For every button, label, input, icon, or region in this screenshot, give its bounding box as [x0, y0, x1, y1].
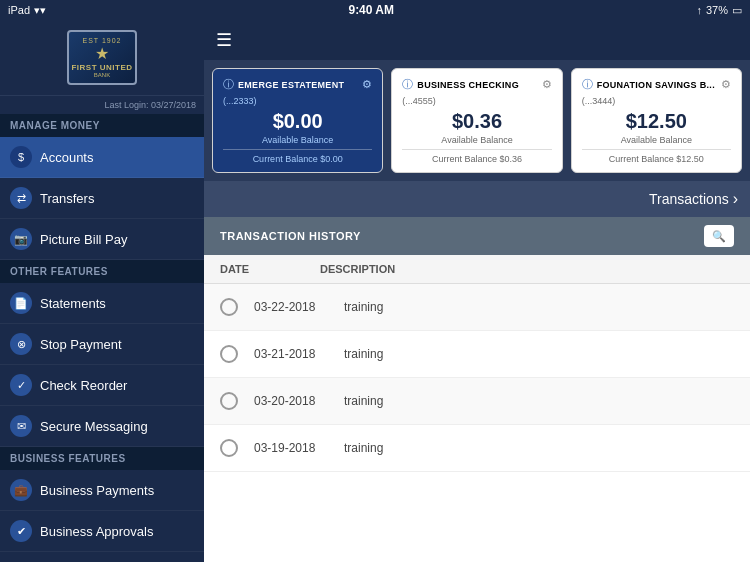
picture-bill-pay-icon: 📷: [10, 228, 32, 250]
sidebar-logo: EST 1902 ★ FIRST UNITED BANK: [0, 20, 204, 96]
info-icon-checking[interactable]: ⓘ: [402, 77, 413, 92]
business-approvals-label: Business Approvals: [40, 524, 153, 539]
transaction-date-2: 03-21-2018: [254, 347, 344, 361]
sidebar-item-secure-messaging[interactable]: ✉ Secure Messaging: [0, 406, 204, 447]
last-login: Last Login: 03/27/2018: [0, 96, 204, 114]
sidebar: EST 1902 ★ FIRST UNITED BANK Last Login:…: [0, 20, 204, 562]
account-divider-checking: [402, 149, 551, 150]
logo-est: EST 1902: [82, 37, 121, 44]
sidebar-item-picture-bill-pay[interactable]: 📷 Picture Bill Pay: [0, 219, 204, 260]
transaction-date-3: 03-20-2018: [254, 394, 344, 408]
sidebar-item-business-payments[interactable]: 💼 Business Payments: [0, 470, 204, 511]
transaction-desc-2: training: [344, 347, 383, 361]
sidebar-item-stop-payment[interactable]: ⊗ Stop Payment: [0, 324, 204, 365]
account-card-header-savings: ⓘ FOUNATION SAVINGS B... ⚙: [582, 77, 731, 92]
battery-icon: ▭: [732, 4, 742, 17]
transaction-col-header: DATE DESCRIPTION: [204, 255, 750, 284]
logo-name: FIRST UNITED: [71, 63, 132, 72]
logo-shape: EST 1902 ★ FIRST UNITED BANK: [67, 30, 137, 85]
accounts-icon: $: [10, 146, 32, 168]
logo-badge: EST 1902 ★ FIRST UNITED BANK: [67, 30, 137, 85]
account-card-header-checking: ⓘ BUSINESS CHECKING ⚙: [402, 77, 551, 92]
transaction-radio-3[interactable]: [220, 392, 238, 410]
transaction-history-title: TRANSACTION HISTORY: [220, 230, 361, 242]
col-header-description: DESCRIPTION: [320, 263, 395, 275]
transactions-bar: Transactions ›: [204, 181, 750, 217]
section-header-other-features: OTHER FEATURES: [0, 260, 204, 283]
wifi-icon: ▾▾: [34, 4, 46, 17]
account-card-savings[interactable]: ⓘ FOUNATION SAVINGS B... ⚙ (...3444) $12…: [571, 68, 742, 173]
stop-payment-label: Stop Payment: [40, 337, 122, 352]
transactions-link[interactable]: Transactions ›: [649, 190, 738, 208]
account-divider-savings: [582, 149, 731, 150]
top-nav: ☰: [204, 20, 750, 60]
gear-icon-savings[interactable]: ⚙: [721, 78, 731, 91]
account-card-header-emerge: ⓘ EMERGE ESTATEMENT ⚙: [223, 77, 372, 92]
battery-level: 37%: [706, 4, 728, 16]
table-row[interactable]: 03-22-2018 training: [204, 284, 750, 331]
account-current-savings: Current Balance $12.50: [582, 154, 731, 164]
transaction-radio-1[interactable]: [220, 298, 238, 316]
status-bar: iPad ▾▾ 9:40 AM ↑ 37% ▭: [0, 0, 750, 20]
account-avail-emerge: Available Balance: [223, 135, 372, 145]
account-avail-savings: Available Balance: [582, 135, 731, 145]
transaction-date-1: 03-22-2018: [254, 300, 344, 314]
table-row[interactable]: 03-21-2018 training: [204, 331, 750, 378]
account-balance-emerge: $0.00: [223, 110, 372, 133]
sidebar-item-business-approvals[interactable]: ✔ Business Approvals: [0, 511, 204, 552]
business-payments-label: Business Payments: [40, 483, 154, 498]
sidebar-item-transfers[interactable]: ⇄ Transfers: [0, 178, 204, 219]
table-row[interactable]: 03-19-2018 training: [204, 425, 750, 472]
section-header-manage-money: MANAGE MONEY: [0, 114, 204, 137]
account-cards: ⓘ EMERGE ESTATEMENT ⚙ (...2333) $0.00 Av…: [204, 60, 750, 181]
sidebar-item-statements[interactable]: 📄 Statements: [0, 283, 204, 324]
col-header-date: DATE: [220, 263, 320, 275]
account-card-title-savings: FOUNATION SAVINGS B...: [597, 80, 721, 90]
account-card-checking[interactable]: ⓘ BUSINESS CHECKING ⚙ (...4555) $0.36 Av…: [391, 68, 562, 173]
account-balance-savings: $12.50: [582, 110, 731, 133]
main-layout: EST 1902 ★ FIRST UNITED BANK Last Login:…: [0, 20, 750, 562]
statements-icon: 📄: [10, 292, 32, 314]
secure-messaging-icon: ✉: [10, 415, 32, 437]
account-acct-emerge: (...2333): [223, 96, 372, 106]
status-time: 9:40 AM: [348, 3, 394, 17]
account-card-emerge[interactable]: ⓘ EMERGE ESTATEMENT ⚙ (...2333) $0.00 Av…: [212, 68, 383, 173]
transaction-desc-4: training: [344, 441, 383, 455]
check-reorder-icon: ✓: [10, 374, 32, 396]
transaction-desc-1: training: [344, 300, 383, 314]
account-divider-emerge: [223, 149, 372, 150]
check-reorder-label: Check Reorder: [40, 378, 127, 393]
table-row[interactable]: 03-20-2018 training: [204, 378, 750, 425]
info-icon-savings[interactable]: ⓘ: [582, 77, 593, 92]
transactions-label: Transactions: [649, 191, 729, 207]
transfers-icon: ⇄: [10, 187, 32, 209]
gear-icon-checking[interactable]: ⚙: [542, 78, 552, 91]
device-label: iPad: [8, 4, 30, 16]
logo-bank: BANK: [94, 72, 110, 78]
transaction-radio-2[interactable]: [220, 345, 238, 363]
hamburger-menu[interactable]: ☰: [216, 29, 232, 51]
business-payments-icon: 💼: [10, 479, 32, 501]
gear-icon-emerge[interactable]: ⚙: [362, 78, 372, 91]
transaction-section: TRANSACTION HISTORY 🔍 DATE DESCRIPTION 0…: [204, 217, 750, 562]
account-current-emerge: Current Balance $0.00: [223, 154, 372, 164]
transaction-header-row: TRANSACTION HISTORY 🔍: [204, 217, 750, 255]
stop-payment-icon: ⊗: [10, 333, 32, 355]
account-acct-checking: (...4555): [402, 96, 551, 106]
sidebar-item-accounts[interactable]: $ Accounts: [0, 137, 204, 178]
secure-messaging-label: Secure Messaging: [40, 419, 148, 434]
logo-star: ★: [95, 44, 109, 63]
transaction-date-4: 03-19-2018: [254, 441, 344, 455]
signal-icon: ↑: [696, 4, 702, 16]
content-area: ☰ ⓘ EMERGE ESTATEMENT ⚙ (...2333) $0.00 …: [204, 20, 750, 562]
transaction-radio-4[interactable]: [220, 439, 238, 457]
statements-label: Statements: [40, 296, 106, 311]
sidebar-item-check-reorder[interactable]: ✓ Check Reorder: [0, 365, 204, 406]
info-icon-emerge[interactable]: ⓘ: [223, 77, 234, 92]
account-balance-checking: $0.36: [402, 110, 551, 133]
account-card-title-checking: BUSINESS CHECKING: [417, 80, 541, 90]
section-header-business-features: BUSINESS FEATURES: [0, 447, 204, 470]
search-box[interactable]: 🔍: [704, 225, 734, 247]
business-approvals-icon: ✔: [10, 520, 32, 542]
transfers-label: Transfers: [40, 191, 94, 206]
